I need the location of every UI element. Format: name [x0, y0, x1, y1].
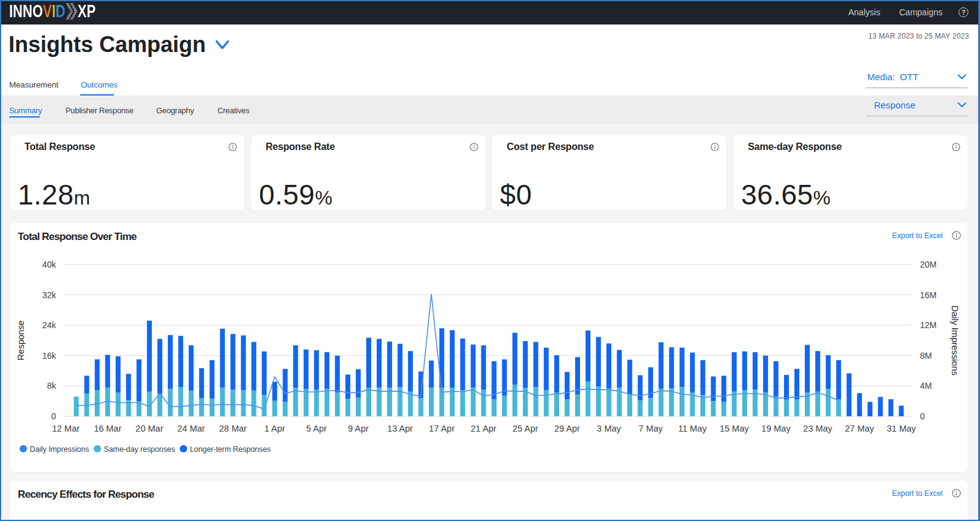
- svg-text:21 Apr: 21 Apr: [471, 424, 497, 433]
- svg-text:Same-day responses: Same-day responses: [104, 445, 175, 454]
- svg-text:8k: 8k: [47, 381, 57, 391]
- svg-text:16M: 16M: [920, 290, 937, 300]
- svg-text:20 Mar: 20 Mar: [135, 424, 163, 433]
- svg-text:7 May: 7 May: [639, 424, 663, 433]
- svg-text:11 May: 11 May: [678, 424, 707, 433]
- svg-text:12M: 12M: [920, 320, 937, 330]
- svg-text:4M: 4M: [920, 381, 932, 391]
- svg-text:0: 0: [51, 411, 56, 421]
- svg-text:32k: 32k: [42, 290, 57, 300]
- svg-text:13 Apr: 13 Apr: [387, 424, 413, 433]
- svg-text:5 Apr: 5 Apr: [306, 424, 327, 433]
- svg-text:8M: 8M: [920, 351, 932, 361]
- svg-text:28 Mar: 28 Mar: [219, 424, 247, 433]
- svg-text:25 Apr: 25 Apr: [513, 424, 538, 433]
- svg-text:3 May: 3 May: [597, 424, 621, 433]
- svg-text:24 Mar: 24 Mar: [178, 424, 205, 433]
- svg-text:23 May: 23 May: [803, 424, 832, 433]
- svg-text:16 Mar: 16 Mar: [94, 424, 121, 433]
- svg-text:12 Mar: 12 Mar: [52, 424, 80, 433]
- svg-text:19 May: 19 May: [761, 424, 791, 433]
- svg-text:1 Apr: 1 Apr: [265, 424, 285, 433]
- svg-text:29 Apr: 29 Apr: [554, 424, 580, 433]
- svg-text:20M: 20M: [920, 260, 937, 269]
- svg-text:Daily Impressions: Daily Impressions: [30, 445, 89, 454]
- svg-text:40k: 40k: [42, 260, 57, 269]
- svg-text:27 May: 27 May: [845, 424, 875, 433]
- svg-text:31 May: 31 May: [887, 424, 916, 433]
- svg-text:24k: 24k: [42, 320, 57, 330]
- svg-text:0: 0: [920, 411, 925, 421]
- svg-text:Daily Impressions: Daily Impressions: [950, 305, 960, 375]
- svg-text:Response: Response: [16, 320, 26, 360]
- svg-text:17 Apr: 17 Apr: [429, 424, 454, 433]
- svg-text:9 Apr: 9 Apr: [348, 424, 369, 433]
- svg-text:15 May: 15 May: [720, 424, 749, 433]
- svg-text:16k: 16k: [42, 351, 57, 361]
- svg-text:Longer-term Responses: Longer-term Responses: [190, 445, 271, 454]
